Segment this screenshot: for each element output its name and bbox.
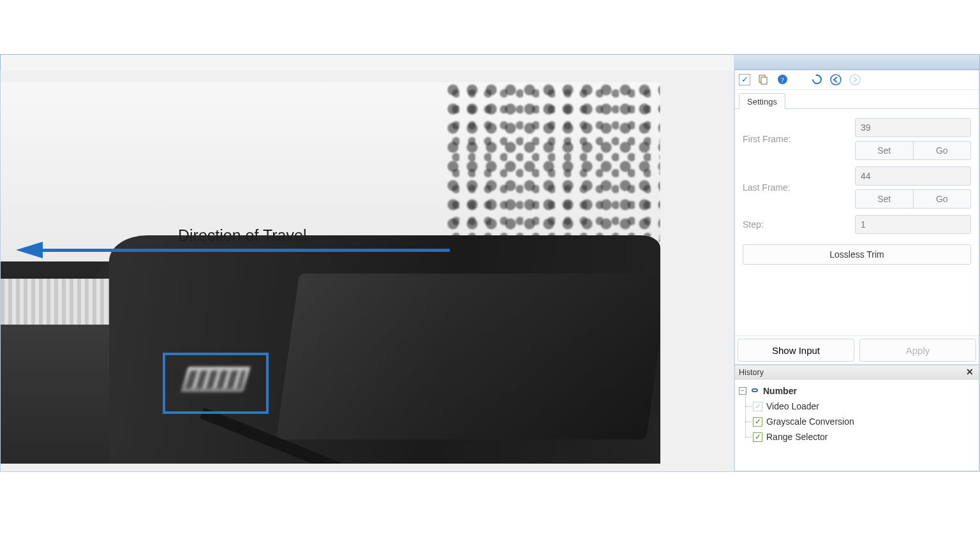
svg-point-4 [831,75,841,85]
filter-settings-actions: Show Input Apply [735,335,979,364]
filter-settings-panel: Filter Settings - Range Selector [output… [734,55,979,365]
filter-settings-toolbar: ✓ ? [735,70,979,90]
first-frame-row: First Frame: Set Go [743,118,971,160]
roi-selection-box[interactable] [163,353,269,414]
image-windshield [276,274,660,439]
step-row: Step: [743,215,971,234]
tab-settings[interactable]: Settings [739,93,785,109]
last-frame-input[interactable] [855,166,971,186]
image-vehicle [109,235,660,464]
history-item-label: Video Loader [766,401,819,411]
first-frame-go-button[interactable]: Go [914,141,972,160]
copy-settings-icon[interactable] [757,73,769,86]
last-frame-label: Last Frame: [743,182,855,193]
history-root-label: Number [763,386,797,396]
nav-back-icon[interactable] [829,73,842,86]
history-item-label: Grayscale Conversion [766,416,854,427]
help-icon[interactable]: ? [776,73,789,86]
app-window: Direction of Travel Filter Settings - Ra… [0,54,980,472]
refresh-icon[interactable] [810,73,823,86]
show-input-button[interactable]: Show Input [738,339,854,362]
history-panel: History ✕ − Number ✓Video Loader✓Graysca… [734,365,979,471]
step-input[interactable] [855,215,971,234]
svg-point-5 [850,75,860,85]
filter-settings-body: First Frame: Set Go Last Frame: [735,109,979,270]
history-root-node[interactable]: − Number [739,383,975,399]
first-frame-input[interactable] [855,118,971,137]
history-item[interactable]: ✓Grayscale Conversion [753,414,975,429]
close-icon[interactable]: ✕ [965,367,975,378]
lossless-trim-button[interactable]: Lossless Trim [743,244,971,265]
history-item[interactable]: ✓Video Loader [753,399,975,414]
history-item-checkbox[interactable]: ✓ [753,417,762,427]
filter-settings-tabs: Settings [735,90,979,109]
history-item-checkbox[interactable]: ✓ [753,402,762,411]
last-frame-row: Last Frame: Set Go [743,166,971,209]
first-frame-label: First Frame: [743,134,855,144]
toolbar-enable-checkbox[interactable]: ✓ [739,74,750,85]
history-item[interactable]: ✓Range Selector [753,429,975,444]
viewer-pane: Direction of Travel [1,55,734,471]
history-title: History [739,368,965,377]
side-panels: Filter Settings - Range Selector [output… [734,55,979,471]
last-frame-go-button[interactable]: Go [914,189,972,209]
last-frame-set-button[interactable]: Set [855,189,914,209]
first-frame-set-button[interactable]: Set [855,141,914,160]
history-item-checkbox[interactable]: ✓ [753,432,762,442]
direction-annotation-label: Direction of Travel [178,226,306,245]
history-item-label: Range Selector [766,432,828,442]
frame-image: Direction of Travel [1,82,660,464]
page-top-margin [0,0,980,54]
viewer-canvas[interactable]: Direction of Travel [1,71,734,471]
svg-rect-1 [761,77,767,84]
step-label: Step: [743,219,855,230]
chain-link-icon [750,386,760,396]
history-header[interactable]: History ✕ [735,365,979,379]
apply-button[interactable]: Apply [859,339,976,362]
history-tree: − Number ✓Video Loader✓Grayscale Convers… [735,379,979,448]
nav-forward-icon[interactable] [849,73,861,86]
image-tree-region [443,82,660,242]
svg-text:?: ? [781,76,784,84]
